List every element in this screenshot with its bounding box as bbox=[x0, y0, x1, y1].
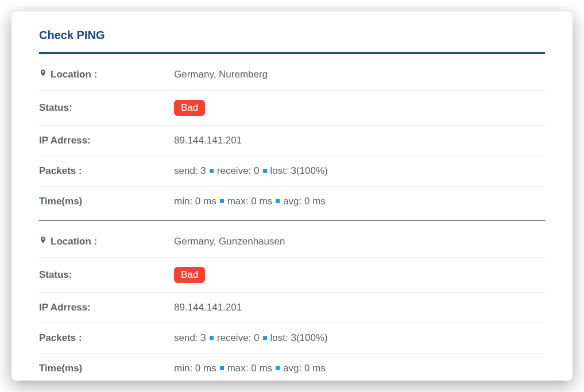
status-badge: Bad bbox=[174, 267, 205, 283]
packets-receive-value: 0 bbox=[254, 332, 259, 344]
packets-row: Packets : send: 3 receive: 0 lost: 3(100… bbox=[39, 156, 545, 187]
title-divider bbox=[39, 52, 545, 54]
time-label: Time(ms) bbox=[39, 363, 174, 374]
packets-lost-label: lost: bbox=[270, 332, 288, 344]
packets-receive-label: receive: bbox=[217, 332, 252, 344]
time-max-label: max: bbox=[227, 196, 249, 207]
packets-label: Packets : bbox=[39, 332, 174, 344]
separator-dot-icon bbox=[263, 169, 267, 173]
packets-receive-value: 0 bbox=[254, 165, 259, 177]
location-label: Location : bbox=[39, 68, 174, 81]
time-value: min: 0 ms max: 0 ms avg: 0 ms bbox=[174, 363, 545, 374]
location-label-text: Location : bbox=[51, 236, 97, 247]
time-min-value: 0 ms bbox=[195, 363, 216, 374]
time-avg-label: avg: bbox=[283, 196, 301, 207]
result-block: Location : Germany, Gunzenhausen Status:… bbox=[39, 226, 545, 381]
separator-dot-icon bbox=[210, 169, 214, 173]
separator-dot-icon bbox=[210, 336, 214, 340]
packets-send-value: 3 bbox=[200, 165, 206, 177]
packets-send-label: send: bbox=[174, 165, 198, 177]
status-value: Bad bbox=[174, 100, 545, 116]
time-value: min: 0 ms max: 0 ms avg: 0 ms bbox=[174, 196, 545, 207]
ip-row: IP Adrress: 89.144.141.201 bbox=[39, 293, 545, 323]
time-max-label: max: bbox=[227, 363, 249, 374]
result-block: Location : Germany, Nuremberg Status: Ba… bbox=[39, 59, 545, 216]
time-row: Time(ms) min: 0 ms max: 0 ms avg: 0 ms bbox=[39, 187, 545, 216]
time-min-label: min: bbox=[174, 363, 192, 374]
separator-dot-icon bbox=[276, 366, 280, 370]
packets-lost-value: 3(100%) bbox=[291, 165, 327, 177]
packets-lost-value: 3(100%) bbox=[291, 332, 327, 344]
packets-send-value: 3 bbox=[200, 332, 206, 344]
time-label: Time(ms) bbox=[39, 196, 174, 207]
ip-label: IP Adrress: bbox=[39, 135, 174, 146]
location-pin-icon bbox=[39, 235, 47, 248]
status-badge: Bad bbox=[174, 100, 205, 116]
status-row: Status: Bad bbox=[39, 258, 545, 293]
section-divider bbox=[39, 220, 545, 221]
location-pin-icon bbox=[39, 68, 47, 81]
ip-label: IP Adrress: bbox=[39, 302, 174, 313]
location-row: Location : Germany, Gunzenhausen bbox=[39, 226, 545, 258]
location-value: Germany, Nuremberg bbox=[174, 69, 545, 80]
time-max-value: 0 ms bbox=[251, 196, 272, 207]
time-avg-value: 0 ms bbox=[304, 363, 326, 374]
separator-dot-icon bbox=[220, 366, 224, 370]
ip-row: IP Adrress: 89.144.141.201 bbox=[39, 126, 545, 156]
ping-results-card: Check PING Location : Germany, Nuremberg… bbox=[11, 11, 573, 381]
status-row: Status: Bad bbox=[39, 91, 545, 126]
packets-value: send: 3 receive: 0 lost: 3(100%) bbox=[174, 332, 545, 344]
packets-row: Packets : send: 3 receive: 0 lost: 3(100… bbox=[39, 323, 545, 354]
separator-dot-icon bbox=[220, 199, 224, 203]
time-min-value: 0 ms bbox=[195, 196, 216, 207]
card-title: Check PING bbox=[39, 29, 545, 42]
packets-send-label: send: bbox=[174, 332, 198, 344]
ip-value: 89.144.141.201 bbox=[174, 302, 545, 313]
time-avg-label: avg: bbox=[283, 363, 301, 374]
status-label: Status: bbox=[39, 269, 174, 281]
location-row: Location : Germany, Nuremberg bbox=[39, 59, 545, 91]
status-value: Bad bbox=[174, 267, 545, 283]
location-value: Germany, Gunzenhausen bbox=[174, 236, 545, 247]
ip-value: 89.144.141.201 bbox=[174, 135, 545, 146]
packets-receive-label: receive: bbox=[217, 165, 252, 177]
location-label: Location : bbox=[39, 235, 174, 248]
packets-label: Packets : bbox=[39, 165, 174, 177]
status-label: Status: bbox=[39, 102, 174, 114]
separator-dot-icon bbox=[263, 336, 267, 340]
location-label-text: Location : bbox=[51, 69, 97, 80]
packets-value: send: 3 receive: 0 lost: 3(100%) bbox=[174, 165, 545, 177]
packets-lost-label: lost: bbox=[270, 165, 288, 177]
separator-dot-icon bbox=[276, 199, 280, 203]
time-min-label: min: bbox=[174, 196, 192, 207]
time-avg-value: 0 ms bbox=[304, 196, 326, 207]
time-row: Time(ms) min: 0 ms max: 0 ms avg: 0 ms bbox=[39, 354, 545, 381]
time-max-value: 0 ms bbox=[251, 363, 272, 374]
